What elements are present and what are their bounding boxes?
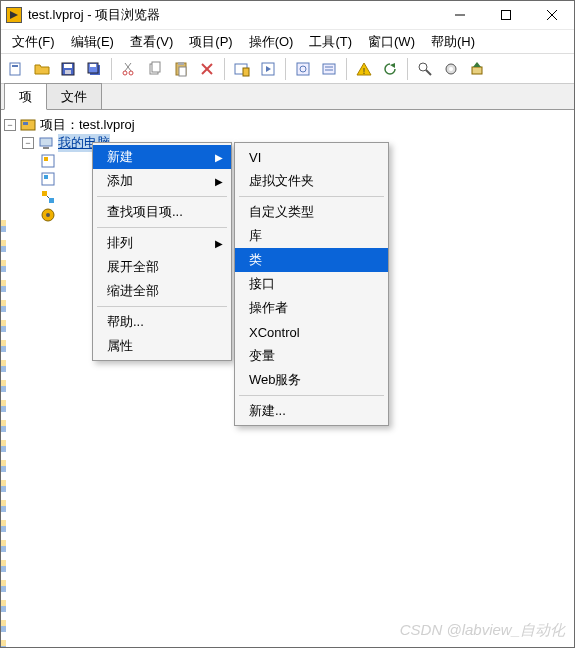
paste-icon[interactable] xyxy=(169,57,193,81)
toolbar-separator xyxy=(346,58,347,80)
svg-rect-30 xyxy=(323,64,335,74)
warning-icon[interactable]: ! xyxy=(352,57,376,81)
menu-tools[interactable]: 工具(T) xyxy=(301,31,360,53)
ctx-expand-all[interactable]: 展开全部 xyxy=(93,255,231,279)
delete-icon[interactable] xyxy=(195,57,219,81)
svg-point-16 xyxy=(129,71,133,75)
settings-gear-icon[interactable] xyxy=(439,57,463,81)
ctx-label: VI xyxy=(249,150,261,165)
svg-rect-47 xyxy=(44,157,48,161)
ctx-label: 新建 xyxy=(107,148,133,166)
menu-file[interactable]: 文件(F) xyxy=(4,31,63,53)
toolbar-separator xyxy=(285,58,286,80)
sub-vi[interactable]: VI xyxy=(235,145,388,169)
sub-new-more[interactable]: 新建... xyxy=(235,399,388,423)
menu-window[interactable]: 窗口(W) xyxy=(360,31,423,53)
svg-marker-0 xyxy=(10,11,18,19)
svg-line-37 xyxy=(426,70,431,75)
ctx-add[interactable]: 添加 ▶ xyxy=(93,169,231,193)
submenu-arrow-icon: ▶ xyxy=(215,176,223,187)
new-vi-icon[interactable] xyxy=(4,57,28,81)
sub-web-service[interactable]: Web服务 xyxy=(235,368,388,392)
menu-operate[interactable]: 操作(O) xyxy=(241,31,302,53)
svg-point-39 xyxy=(449,67,453,71)
ctx-label: 接口 xyxy=(249,275,275,293)
sub-virtual-folder[interactable]: 虚拟文件夹 xyxy=(235,169,388,193)
toolbar: ! xyxy=(0,54,575,84)
collapse-icon[interactable]: − xyxy=(4,119,16,131)
minimize-button[interactable] xyxy=(437,0,483,30)
svg-point-54 xyxy=(46,213,50,217)
ctx-new[interactable]: 新建 ▶ xyxy=(93,145,231,169)
toolbar-separator xyxy=(111,58,112,80)
title-bar: test.lvproj - 项目浏览器 xyxy=(0,0,575,30)
svg-line-52 xyxy=(47,196,49,198)
menu-project[interactable]: 项目(P) xyxy=(181,31,240,53)
ctx-label: 操作者 xyxy=(249,299,288,317)
svg-rect-9 xyxy=(65,70,71,74)
ctx-properties[interactable]: 属性 xyxy=(93,334,231,358)
config-icon[interactable] xyxy=(291,57,315,81)
svg-rect-21 xyxy=(179,67,186,76)
ctx-label: 自定义类型 xyxy=(249,203,314,221)
menu-separator xyxy=(239,395,384,396)
sub-variable[interactable]: 变量 xyxy=(235,344,388,368)
svg-point-36 xyxy=(419,63,427,71)
menu-separator xyxy=(239,196,384,197)
ctx-label: 类 xyxy=(249,251,262,269)
deploy-icon[interactable] xyxy=(465,57,489,81)
sub-actor[interactable]: 操作者 xyxy=(235,296,388,320)
tab-files[interactable]: 文件 xyxy=(46,83,102,109)
sub-interface[interactable]: 接口 xyxy=(235,272,388,296)
ctx-arrange[interactable]: 排列 ▶ xyxy=(93,231,231,255)
refresh-icon[interactable] xyxy=(378,57,402,81)
menu-separator xyxy=(97,306,227,307)
save-all-icon[interactable] xyxy=(82,57,106,81)
ctx-label: Web服务 xyxy=(249,371,302,389)
sub-xcontrol[interactable]: XControl xyxy=(235,320,388,344)
svg-rect-43 xyxy=(23,122,28,125)
vi-file-icon xyxy=(40,153,56,169)
ctx-label: 缩进全部 xyxy=(107,282,159,300)
dependencies-icon xyxy=(40,189,56,205)
svg-rect-5 xyxy=(10,63,20,75)
submenu-arrow-icon: ▶ xyxy=(215,238,223,249)
copy-icon[interactable] xyxy=(143,57,167,81)
tree-root-label: 项目：test.lvproj xyxy=(40,116,135,134)
svg-rect-40 xyxy=(472,67,482,74)
ctx-help[interactable]: 帮助... xyxy=(93,310,231,334)
menu-separator xyxy=(97,227,227,228)
maximize-button[interactable] xyxy=(483,0,529,30)
vi-props-icon[interactable] xyxy=(230,57,254,81)
tree-root-row[interactable]: − 项目：test.lvproj xyxy=(4,116,571,134)
close-button[interactable] xyxy=(529,0,575,30)
ctx-find-project-items[interactable]: 查找项目项... xyxy=(93,200,231,224)
sub-class[interactable]: 类 xyxy=(235,248,388,272)
ctx-label: 查找项目项... xyxy=(107,203,183,221)
decorative-strip xyxy=(0,220,6,648)
svg-rect-45 xyxy=(43,147,49,149)
collapse-icon[interactable]: − xyxy=(22,137,34,149)
run-icon[interactable] xyxy=(256,57,280,81)
sub-library[interactable]: 库 xyxy=(235,224,388,248)
menu-help[interactable]: 帮助(H) xyxy=(423,31,483,53)
open-icon[interactable] xyxy=(30,57,54,81)
options-icon[interactable] xyxy=(317,57,341,81)
svg-rect-12 xyxy=(90,64,96,67)
menu-view[interactable]: 查看(V) xyxy=(122,31,181,53)
cut-icon[interactable] xyxy=(117,57,141,81)
ctx-collapse-all[interactable]: 缩进全部 xyxy=(93,279,231,303)
menu-edit[interactable]: 编辑(E) xyxy=(63,31,122,53)
save-icon[interactable] xyxy=(56,57,80,81)
project-icon xyxy=(20,117,36,133)
toolbar-separator xyxy=(224,58,225,80)
build-spec-icon xyxy=(40,207,56,223)
window-controls xyxy=(437,0,575,30)
find-icon[interactable] xyxy=(413,57,437,81)
sub-custom-type[interactable]: 自定义类型 xyxy=(235,200,388,224)
menu-bar: 文件(F) 编辑(E) 查看(V) 项目(P) 操作(O) 工具(T) 窗口(W… xyxy=(0,30,575,54)
svg-rect-44 xyxy=(40,138,52,146)
tab-items[interactable]: 项 xyxy=(4,83,47,110)
ctx-label: 帮助... xyxy=(107,313,144,331)
ctx-label: 展开全部 xyxy=(107,258,159,276)
